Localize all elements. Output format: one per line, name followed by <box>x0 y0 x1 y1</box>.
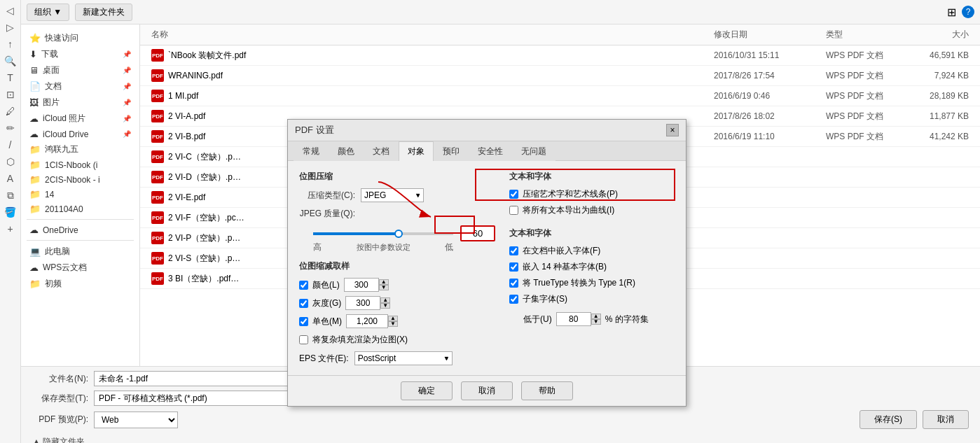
compress-art-checkbox[interactable] <box>509 190 518 199</box>
mono-input[interactable] <box>346 314 388 328</box>
new-folder-button[interactable]: 新建文件夹 <box>75 3 132 21</box>
gray-checkbox[interactable] <box>299 299 308 308</box>
help-icon[interactable]: ? <box>962 6 974 18</box>
toolbar-icon-7[interactable]: 🖊 <box>3 104 18 119</box>
quality-input[interactable] <box>460 225 495 241</box>
toolbar-icon-4[interactable]: 🔍 <box>3 53 18 69</box>
toolbar-icon-6[interactable]: ⊡ <box>3 87 18 102</box>
toolbar-icon-1[interactable]: ◁ <box>3 3 18 18</box>
tab-noproblem[interactable]: 无问题 <box>512 141 555 161</box>
sidebar-item-docs[interactable]: 📄 文档 📌 <box>21 78 139 94</box>
rasterize-checkbox[interactable] <box>299 335 308 344</box>
toolbar-icon-2[interactable]: ▷ <box>3 20 18 35</box>
toolbar-icon-10[interactable]: ⬡ <box>3 154 18 169</box>
toolbar-icon-14[interactable]: + <box>3 221 18 237</box>
tab-preprint[interactable]: 预印 <box>434 141 469 161</box>
sidebar-quick-access[interactable]: ⭐ 快速访问 <box>21 30 139 46</box>
embed-14-label: 嵌入 14 种基本字体(B) <box>523 261 607 273</box>
file-size: 41,242 KB <box>904 129 974 143</box>
col-header-size[interactable]: 大小 <box>904 26 974 43</box>
view-icon[interactable]: ⊞ <box>947 6 956 19</box>
dialog-cancel-button[interactable]: 取消 <box>461 381 513 400</box>
save-button[interactable]: 保存(S) <box>860 410 917 429</box>
toolbar-icon-13[interactable]: 🪣 <box>3 204 18 220</box>
dialog-content: 位图压缩 压缩类型(C): ▼ JPEG 质量(Q): <box>288 161 686 375</box>
truetype-checkbox[interactable] <box>509 279 518 288</box>
export-curves-checkbox[interactable] <box>509 206 518 215</box>
gray-input[interactable] <box>345 296 380 310</box>
sidebar-item-2cis[interactable]: 📁 2CIS-Nbook - i <box>21 172 139 187</box>
slider-track[interactable] <box>313 232 453 235</box>
toolbar-icon-12[interactable]: ⧉ <box>3 188 18 203</box>
file-name: 2 VI-S（空缺）.p… <box>168 253 240 265</box>
sidebar-item-201104[interactable]: 📁 201104A0 <box>21 202 139 216</box>
compress-type-select[interactable] <box>361 188 424 202</box>
filetype-dropdown[interactable] <box>94 391 304 406</box>
table-row[interactable]: PDFWRANING.pdf2017/8/26 17:54WPS PDF 文档7… <box>140 66 980 86</box>
sidebar-item-download[interactable]: ⬇ 下载 📌 <box>21 46 139 62</box>
table-row[interactable]: PDF1 MI.pdf2016/6/19 0:46WPS PDF 文档28,18… <box>140 86 980 106</box>
toolbar-icon-11[interactable]: A <box>3 171 18 186</box>
toolbar-icon-9[interactable]: / <box>3 137 18 153</box>
tab-security[interactable]: 安全性 <box>469 141 512 161</box>
sidebar-item-icloud-photos[interactable]: ☁ iCloud 照片 📌 <box>21 111 139 127</box>
table-row[interactable]: PDF`NBook 装帧文件.pdf2016/10/31 15:11WPS PD… <box>140 45 980 66</box>
toolbar-icon-3[interactable]: ↑ <box>3 36 18 52</box>
sidebar-item-pics[interactable]: 🖼 图片 📌 <box>21 94 139 111</box>
sidebar-item-14[interactable]: 📁 14 <box>21 187 139 202</box>
hide-files-row[interactable]: ▲ 隐藏文件夹 <box>32 433 969 443</box>
col-header-name[interactable]: 名称 <box>146 26 708 43</box>
filetype-input[interactable] <box>94 391 304 406</box>
pdf-icon: PDF <box>151 90 164 102</box>
preview-select[interactable]: Web <box>94 412 178 428</box>
tab-document[interactable]: 文档 <box>364 141 399 161</box>
file-type <box>820 175 904 179</box>
sidebar-item-chupin[interactable]: 📁 初频 <box>21 276 139 292</box>
embed-font-checkbox[interactable] <box>509 246 518 255</box>
mono-down-btn[interactable]: ▼ <box>388 321 398 327</box>
tab-color[interactable]: 颜色 <box>329 141 364 161</box>
sidebar-item-icloud-drive[interactable]: ☁ iCloud Drive 📌 <box>21 127 139 141</box>
subset-checkbox[interactable] <box>509 295 518 304</box>
file-name: 2 VI-P（空缺）.p… <box>168 232 240 244</box>
toolbar-icon-8[interactable]: ✏ <box>3 120 18 136</box>
pdf-icon: PDF <box>151 232 164 244</box>
dialog-help-button[interactable]: 帮助 <box>521 381 573 400</box>
gray-down-btn[interactable]: ▼ <box>380 303 390 309</box>
mono-checkbox[interactable] <box>299 317 308 326</box>
dialog-ok-button[interactable]: 确定 <box>401 381 453 400</box>
sidebar-item-honglian[interactable]: 📁 鸿联九五 <box>21 141 139 157</box>
color-input[interactable] <box>344 278 379 292</box>
color-down-btn[interactable]: ▼ <box>379 285 389 290</box>
subset-spinner-wrapper: ▲ ▼ <box>556 312 601 326</box>
sidebar-item-wps-cloud[interactable]: ☁ WPS云文档 <box>21 260 139 276</box>
subset-down-btn[interactable]: ▼ <box>591 319 601 325</box>
sidebar-item-desktop[interactable]: 🖥 桌面 📌 <box>21 62 139 78</box>
sidebar-item-pc[interactable]: 💻 此电脑 <box>21 244 139 260</box>
file-name: `NBook 装帧文件.pdf <box>168 50 246 62</box>
sidebar-item-1cis[interactable]: 📁 1CIS-Nbook (i <box>21 157 139 172</box>
mono-spinner-wrapper: ▲ ▼ <box>346 314 398 328</box>
sidebar-label-download: 下载 <box>41 48 58 60</box>
slider-thumb[interactable] <box>394 230 403 238</box>
font-embed-section: 文本和字体 在文档中嵌入字体(F) 嵌入 14 种基本字体(B) 将 TrueT… <box>509 227 675 326</box>
organize-button[interactable]: 组织 ▼ <box>27 3 69 21</box>
file-date <box>708 276 820 281</box>
color-checkbox[interactable] <box>299 281 308 290</box>
col-header-type[interactable]: 类型 <box>820 26 904 43</box>
cancel-button[interactable]: 取消 <box>923 410 969 429</box>
file-size <box>904 155 974 159</box>
onedrive-icon: ☁ <box>29 225 39 235</box>
slider-high-label: 高 <box>313 241 322 253</box>
1cis-icon: 📁 <box>29 160 41 170</box>
compress-art-label: 压缩艺术字和艺术线条(P) <box>523 188 618 200</box>
toolbar-icon-5[interactable]: T <box>3 70 18 85</box>
eps-select[interactable] <box>354 351 453 365</box>
subset-percent-input[interactable] <box>556 312 591 326</box>
embed-14-checkbox[interactable] <box>509 262 518 272</box>
sidebar-item-onedrive[interactable]: ☁ OneDrive <box>21 223 139 237</box>
tab-normal[interactable]: 常规 <box>294 141 329 161</box>
tab-object[interactable]: 对象 <box>399 141 434 161</box>
dialog-close-button[interactable]: × <box>666 124 679 136</box>
col-header-date[interactable]: 修改日期 <box>708 26 820 43</box>
